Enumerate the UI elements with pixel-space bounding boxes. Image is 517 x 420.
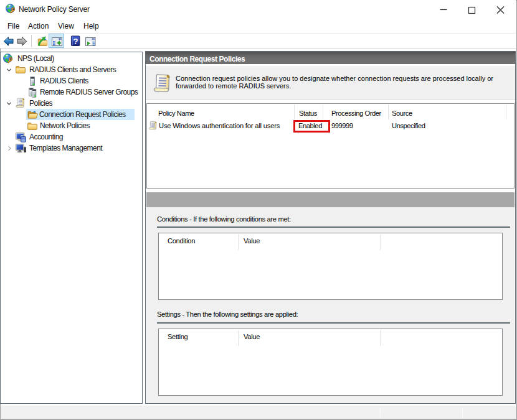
- svg-text:?: ?: [73, 37, 78, 46]
